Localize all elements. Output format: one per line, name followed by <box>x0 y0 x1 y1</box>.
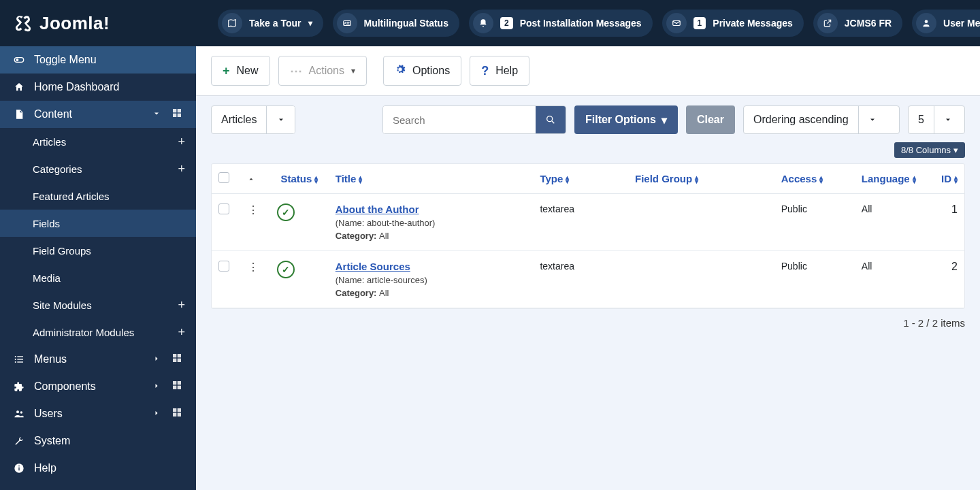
file-icon <box>11 109 27 120</box>
pill-label: JCMS6 FR <box>845 18 892 29</box>
pill-post-install[interactable]: 2 Post Installation Messages <box>469 10 653 37</box>
actions-button[interactable]: ⋯ Actions ▾ <box>278 56 367 86</box>
access-header[interactable]: Access▴▾ <box>774 164 855 194</box>
type-header[interactable]: Type▴▾ <box>533 164 628 194</box>
pill-multilingual[interactable]: A文 Multilingual Status <box>333 10 459 37</box>
row-actions-button[interactable]: ⋮ <box>248 261 257 274</box>
svg-rect-18 <box>173 386 176 389</box>
pill-label: Post Installation Messages <box>520 18 642 29</box>
language-header[interactable]: Language▴▾ <box>855 164 928 194</box>
sidebar-label: Menus <box>34 353 67 365</box>
row-actions-button[interactable]: ⋮ <box>248 203 257 216</box>
svg-rect-15 <box>178 359 181 362</box>
joomla-logo-icon <box>14 14 33 33</box>
order-column-header[interactable] <box>241 164 270 194</box>
id-header[interactable]: ID▴▾ <box>928 164 964 194</box>
field-title-link[interactable]: Article Sources <box>336 261 410 272</box>
sidebar-sub-featured[interactable]: Featured Articles <box>0 182 196 210</box>
info-icon <box>11 463 27 474</box>
sidebar-item-help[interactable]: Help <box>0 455 196 482</box>
select-all-checkbox[interactable] <box>218 172 229 183</box>
sidebar-item-system[interactable]: System <box>0 427 196 455</box>
chevron-down-icon[interactable] <box>266 106 295 133</box>
columns-button[interactable]: 8/8 Columns ▾ <box>894 142 965 158</box>
sidebar-sub-admin-modules[interactable]: Administrator Modules+ <box>0 318 196 346</box>
chevron-down-icon[interactable] <box>858 106 887 133</box>
sidebar-sub-field-groups[interactable]: Field Groups <box>0 237 196 264</box>
svg-point-32 <box>925 20 928 23</box>
dashboard-icon[interactable] <box>169 407 185 421</box>
row-language: All <box>855 194 928 251</box>
sidebar-sub-categories[interactable]: Categories+ <box>0 155 196 182</box>
user-icon <box>916 13 936 33</box>
svg-rect-2 <box>173 109 176 112</box>
context-select[interactable]: Articles <box>211 105 295 134</box>
brand-logo[interactable]: Joomla! <box>0 0 196 46</box>
row-checkbox[interactable] <box>218 203 229 214</box>
svg-rect-17 <box>178 381 181 385</box>
pill-site-link[interactable]: JCMS6 FR <box>813 10 902 37</box>
sidebar-item-content[interactable]: Content <box>0 101 196 128</box>
status-published-icon[interactable]: ✓ <box>277 261 295 278</box>
pill-label: Multilingual Status <box>364 18 448 29</box>
sidebar-sub-site-modules[interactable]: Site Modules+ <box>0 291 196 318</box>
pill-take-tour[interactable]: Take a Tour ▾ <box>218 10 323 37</box>
svg-text:A文: A文 <box>344 21 349 25</box>
group-header[interactable]: Field Group▴▾ <box>628 164 774 194</box>
pagesize-select[interactable]: 5 <box>908 105 965 134</box>
sidebar-sub-articles[interactable]: Articles+ <box>0 128 196 155</box>
field-title-link[interactable]: About the Author <box>336 203 419 215</box>
dashboard-icon[interactable] <box>169 353 185 366</box>
brand-name: Joomla! <box>39 13 110 34</box>
sidebar-item-components[interactable]: Components <box>0 373 196 400</box>
map-icon <box>222 13 242 33</box>
pagesize-value: 5 <box>909 106 934 133</box>
row-type: textarea <box>533 194 628 251</box>
new-button[interactable]: + New <box>211 56 270 86</box>
svg-point-8 <box>15 359 16 360</box>
dashboard-icon[interactable] <box>169 380 185 393</box>
svg-point-1 <box>16 59 18 61</box>
topbar: Articles: Fields Take a Tour ▾ A文 Multil… <box>196 0 980 46</box>
svg-rect-12 <box>173 354 176 357</box>
pagination-info: 1 - 2 / 2 items <box>196 309 980 337</box>
puzzle-icon <box>11 381 27 392</box>
pill-user-menu[interactable]: User Menu ▾ <box>912 10 980 37</box>
svg-rect-25 <box>178 413 181 416</box>
plus-icon[interactable]: + <box>178 135 185 149</box>
plus-icon[interactable]: + <box>178 162 185 176</box>
sidebar-sub-label: Administrator Modules <box>33 327 134 338</box>
svg-rect-22 <box>173 408 176 412</box>
clear-button[interactable]: Clear <box>686 105 735 134</box>
options-button[interactable]: Options <box>383 56 461 86</box>
help-button[interactable]: ? Help <box>470 56 529 86</box>
chevron-down-icon[interactable] <box>934 106 962 133</box>
row-checkbox[interactable] <box>218 261 229 272</box>
chevron-down-icon: ▾ <box>351 66 355 76</box>
field-name-meta: (Name: about-the-author) <box>336 218 527 228</box>
badge-count: 2 <box>500 17 513 29</box>
toggle-menu-button[interactable]: Toggle Menu <box>0 46 196 74</box>
ellipsis-icon: ⋯ <box>290 63 302 78</box>
wrench-icon <box>11 436 27 446</box>
status-published-icon[interactable]: ✓ <box>277 203 295 221</box>
sidebar-item-menus[interactable]: Menus <box>0 346 196 373</box>
sort-icon: ▴▾ <box>913 176 916 184</box>
search-button[interactable] <box>536 106 566 133</box>
title-header[interactable]: Title▴▾ <box>329 164 534 194</box>
svg-rect-5 <box>178 114 181 117</box>
plus-icon[interactable]: + <box>178 298 185 312</box>
ordering-select[interactable]: Ordering ascending <box>743 105 900 134</box>
sidebar-sub-media[interactable]: Media <box>0 264 196 291</box>
plus-icon[interactable]: + <box>178 325 185 340</box>
search-input[interactable] <box>383 106 536 133</box>
pill-private-messages[interactable]: 1 Private Messages <box>662 10 804 37</box>
status-header[interactable]: Status▴▾ <box>270 164 329 194</box>
filter-options-button[interactable]: Filter Options ▾ <box>574 105 678 134</box>
sidebar-sub-fields[interactable]: Fields <box>0 210 196 237</box>
dashboard-icon[interactable] <box>169 108 185 121</box>
sidebar-item-users[interactable]: Users <box>0 400 196 427</box>
language-icon: A文 <box>337 13 357 33</box>
sidebar-sub-label: Site Modules <box>33 299 92 311</box>
sidebar-item-home[interactable]: Home Dashboard <box>0 74 196 101</box>
